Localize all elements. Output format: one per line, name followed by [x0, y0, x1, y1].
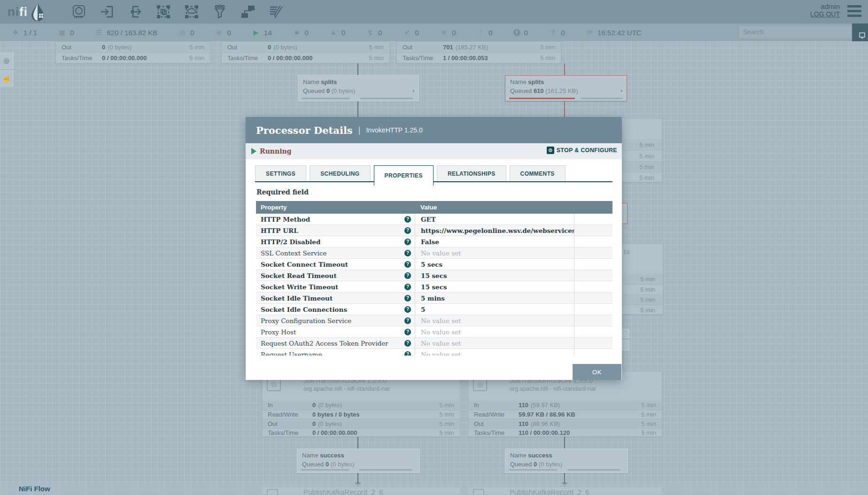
- property-row-extra: [574, 236, 612, 247]
- property-row-extra: [574, 293, 612, 303]
- property-row[interactable]: Socket Connect Timeout?5 secs: [256, 259, 612, 270]
- label-icon[interactable]: [269, 5, 283, 19]
- status-item-question: ?0: [549, 29, 565, 37]
- component-toolbar: [72, 5, 283, 19]
- property-value: No value set: [415, 326, 574, 337]
- help-icon[interactable]: ?: [404, 340, 411, 347]
- arrow-up-icon: ↑: [476, 29, 485, 36]
- processor-icon[interactable]: [72, 5, 86, 19]
- property-row[interactable]: SSL Context Service?No value set: [256, 248, 612, 259]
- processor-stats-partial-2[interactable]: Out0(0 bytes)5 minTasks/Time0 / 00:00:00…: [221, 41, 390, 63]
- property-name: Request Username?: [256, 351, 415, 356]
- input-port-icon[interactable]: [100, 5, 114, 19]
- queue-percent-icon: ◑: [620, 87, 623, 94]
- property-value: 15 secs: [415, 270, 574, 281]
- tab-properties[interactable]: PROPERTIES: [374, 165, 434, 186]
- property-name: Proxy Configuration Service?: [256, 317, 415, 325]
- help-icon[interactable]: ?: [404, 351, 411, 356]
- help-icon[interactable]: ?: [404, 239, 411, 245]
- help-icon[interactable]: ?: [404, 216, 411, 223]
- tab-relationships[interactable]: RELATIONSHIPS: [437, 165, 506, 182]
- help-icon[interactable]: ?: [404, 227, 411, 234]
- ok-button[interactable]: OK: [573, 364, 621, 380]
- property-row[interactable]: Socket Write Timeout?15 secs: [256, 281, 612, 293]
- help-icon[interactable]: ?: [404, 272, 411, 279]
- stop-and-configure-button[interactable]: ⚙ STOP & CONFIGURE: [547, 147, 617, 154]
- search-input[interactable]: Search: [739, 26, 851, 39]
- status-value: 0: [305, 29, 309, 37]
- property-row[interactable]: Socket Read Timeout?15 secs: [256, 270, 612, 281]
- connection-line: [564, 437, 565, 449]
- connection-line: [357, 63, 358, 76]
- processor-stats-partial-3[interactable]: Out701(185.27 KB)5 minTasks/Time1 / 00:0…: [396, 41, 561, 63]
- stat-row-tasks-time: Tasks/Time0 / 00:00:00.0005 min: [56, 53, 210, 63]
- connection-label-success-left[interactable]: Name success Queued 0 (0 bytes): [297, 449, 420, 473]
- help-icon[interactable]: ?: [404, 250, 411, 256]
- help-icon[interactable]: ?: [404, 295, 411, 302]
- property-row[interactable]: Request Username?No value set: [256, 349, 612, 356]
- processor-partial-bottom-right[interactable]: PublishKafkaRecord_2_6: [468, 487, 662, 495]
- property-name: HTTP URL?: [256, 227, 415, 234]
- connection-label-success-right[interactable]: Name success Queued 0 (0 bytes): [505, 449, 628, 473]
- processor-type-label: PublishKafkaRecord_2_6: [303, 488, 383, 495]
- status-value: 620 / 163.82 KB: [107, 29, 158, 37]
- tab-settings[interactable]: SETTINGS: [255, 165, 306, 182]
- property-value: 5: [415, 304, 574, 315]
- property-row[interactable]: Socket Idle Timeout?5 mins: [256, 293, 612, 304]
- remote-process-group-icon[interactable]: [185, 5, 199, 19]
- connection-label-splits-right[interactable]: Name splits Queued 610 (161.25 KB)◑: [505, 75, 627, 101]
- property-row[interactable]: Proxy Configuration Service?No value set: [256, 315, 612, 326]
- refresh-icon: ⟳: [585, 29, 594, 36]
- dialog-subtitle: InvokeHTTP 1.25.0: [366, 126, 422, 134]
- help-icon[interactable]: ?: [404, 317, 411, 324]
- help-icon[interactable]: ?: [404, 284, 411, 290]
- current-user-label: admin: [810, 2, 840, 10]
- processor-bundle-label: org.apache.nifi - nifi-standard-nar: [510, 386, 596, 392]
- property-row[interactable]: Proxy Host?No value set: [256, 326, 612, 338]
- output-port-icon[interactable]: [128, 5, 142, 19]
- navigate-palette-button[interactable]: ◎: [0, 53, 13, 69]
- logout-link[interactable]: LOG OUT: [810, 10, 840, 18]
- help-icon[interactable]: ?: [404, 306, 411, 313]
- funnel-icon[interactable]: [213, 5, 227, 19]
- status-value: 16:52:42 UTC: [597, 29, 641, 37]
- processor-type-icon: [473, 489, 484, 495]
- help-icon[interactable]: ?: [404, 261, 411, 268]
- processor-type-icon: [267, 489, 278, 495]
- stat-row-read-write: Read/Write59.97 KB / 88.96 KB5 min: [468, 410, 662, 419]
- template-icon[interactable]: [241, 5, 255, 19]
- process-group-icon[interactable]: [156, 5, 170, 19]
- tab-scheduling[interactable]: SCHEDULING: [310, 165, 370, 182]
- help-icon[interactable]: ?: [404, 329, 411, 335]
- processor-stats-partial-1[interactable]: Out0(0 bytes)5 minTasks/Time0 / 00:00:00…: [55, 41, 210, 63]
- breadcrumb[interactable]: NiFi Flow: [19, 485, 50, 493]
- stat-row-out: Out110(88.96 KB)5 min: [468, 419, 662, 428]
- processor-partial-bottom-left[interactable]: PublishKafkaRecord_2_6: [262, 487, 460, 495]
- status-value: 1 / 1: [23, 29, 37, 37]
- tab-comments[interactable]: COMMENTS: [510, 165, 566, 182]
- nifi-droplet-icon: [30, 2, 46, 21]
- processor-jolt-left[interactable]: ◎ JoltTransformJSON 1.25.0 org.apache.ni…: [262, 371, 460, 437]
- stat-row-tasks-time: Tasks/Time0 / 00:00:00.0005 min: [222, 53, 389, 63]
- properties-table: Property Value HTTP Method?GETHTTP URL?h…: [256, 201, 612, 356]
- gear-icon: ⚙: [547, 147, 554, 154]
- connection-label-splits-left[interactable]: Name splits Queued 0 (0 bytes)◑: [298, 75, 419, 101]
- title-separator: |: [358, 125, 361, 135]
- global-menu-icon[interactable]: [847, 5, 861, 17]
- nifi-logo: nifi: [8, 2, 46, 21]
- property-row[interactable]: HTTP URL?https://www.pegelonline.wsv.de/…: [256, 225, 612, 236]
- property-value: 5 mins: [415, 293, 574, 303]
- status-item-refresh: ⟳16:52:42 UTC: [585, 29, 641, 37]
- bulletin-board-button[interactable]: [852, 23, 868, 41]
- operate-palette-button[interactable]: ☝: [0, 70, 13, 86]
- property-value: No value set: [415, 315, 574, 326]
- property-row[interactable]: HTTP/2 Disabled?False: [256, 236, 612, 248]
- property-row[interactable]: Request OAuth2 Access Token Provider?No …: [256, 338, 612, 349]
- status-value: 0: [190, 29, 194, 37]
- property-row[interactable]: Socket Idle Connections?5: [256, 304, 612, 315]
- processor-jolt-right[interactable]: ◎ JoltTransformJSON 1.25.0 org.apache.ni…: [468, 371, 662, 437]
- property-row[interactable]: HTTP Method?GET: [256, 214, 612, 225]
- check-icon: ✔: [403, 29, 411, 36]
- running-icon: [251, 148, 256, 155]
- status-item-arrow-up: ↑0: [476, 29, 492, 37]
